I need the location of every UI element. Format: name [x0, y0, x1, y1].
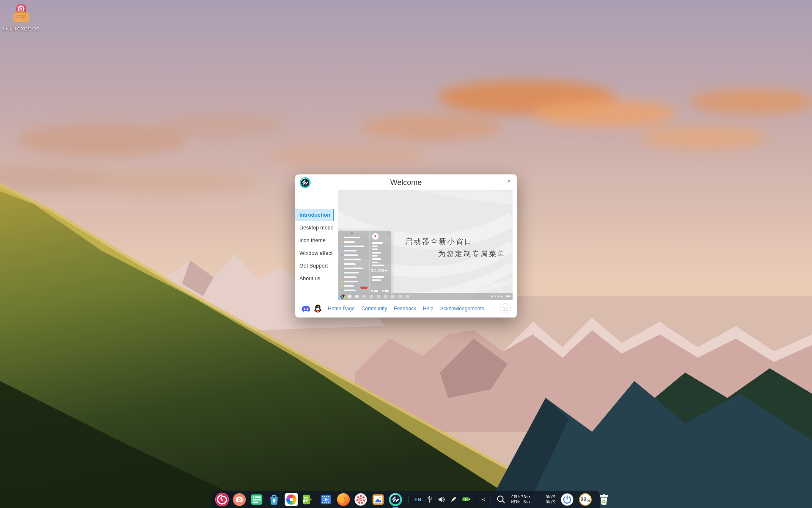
preview-app-dot — [341, 246, 343, 247]
discord-icon[interactable] — [301, 305, 311, 312]
preview-app-bar — [344, 250, 357, 251]
dock-icon-launcher[interactable] — [215, 492, 229, 507]
close-button[interactable]: × — [504, 177, 513, 186]
preview-app-dot — [341, 290, 343, 291]
preview-app-bar — [344, 246, 364, 247]
power-button[interactable] — [561, 493, 573, 506]
preview-app-dot — [341, 276, 343, 278]
sidebar-item[interactable]: Introduction — [295, 209, 334, 221]
preview-taskbar-icon — [348, 295, 351, 298]
dock-icon-gxde-spiral[interactable] — [284, 492, 299, 507]
preview-taskbar-icon — [384, 295, 387, 298]
footer-link[interactable]: Help — [423, 306, 433, 312]
preview-app-dot — [341, 250, 343, 251]
mem-rate: 0K/S — [546, 500, 555, 505]
system-stats[interactable]: CPU:38%↑ 0K/S MEM: 6%↓ 0K/S — [511, 494, 555, 505]
sidebar-item-label: Get Support — [299, 263, 328, 269]
dock-icon-image-viewer[interactable] — [371, 492, 385, 507]
footer-links: Home PageCommunityFeedbackHelpAcknowledg… — [295, 306, 517, 312]
dock-icon-app-store[interactable] — [267, 492, 281, 507]
preview-app-bar — [344, 263, 356, 265]
preview-app-bar — [344, 254, 358, 256]
keyboard-layout-indicator[interactable]: EN — [414, 497, 421, 502]
sidebar-item-label: Icon theme — [299, 237, 326, 243]
preview-right-bar — [372, 255, 378, 257]
tray-separator — [476, 496, 476, 503]
sidebar-item[interactable]: Window effect — [295, 247, 334, 259]
installer-box-label: GXDE OS — [17, 16, 26, 18]
dock-icon-screen-recorder[interactable] — [232, 492, 247, 507]
preview-launcher-row — [341, 279, 368, 284]
tray-separator-tall — [491, 494, 491, 505]
search-icon[interactable] — [497, 495, 506, 504]
preview-app-dot — [341, 263, 343, 265]
preview-taskbar-icon — [391, 295, 395, 298]
preview-app-bar — [344, 285, 354, 287]
preview-favorites-icon: ♥ — [372, 233, 379, 240]
preview-taskbar-icon — [377, 295, 380, 298]
window-footer: Home PageCommunityFeedbackHelpAcknowledg… — [295, 300, 517, 318]
clock[interactable]: 22 03 — [579, 493, 592, 506]
preview-taskbar-icon — [406, 295, 409, 298]
sidebar-item-label: Window effect — [299, 250, 332, 256]
mail-button[interactable] — [500, 303, 511, 314]
preview-launcher-row — [341, 253, 368, 257]
usb-icon[interactable] — [427, 496, 433, 503]
footer-link[interactable]: Home Page — [328, 306, 354, 312]
sidebar-item[interactable]: About us — [295, 273, 334, 284]
footer-link[interactable]: Acknowledgements — [440, 306, 484, 312]
preview-taskbar-icon — [398, 295, 402, 298]
sidebar-item-label: Desktop mode — [299, 225, 334, 231]
preview-clock: 11:26 — [371, 268, 384, 273]
sidebar-item-label: Introduction — [299, 212, 330, 218]
preview-taskbar-icon — [362, 295, 366, 298]
qq-icon[interactable] — [314, 304, 321, 313]
dock-icon-firefox[interactable] — [336, 492, 351, 507]
preview-app-bar — [344, 241, 355, 243]
desktop: GXDE OS Install GXDE OS Welcome × Introd… — [0, 0, 812, 508]
preview-tray-dots — [491, 295, 510, 297]
preview-search-icon — [351, 232, 354, 235]
preview-bottom-bar — [372, 276, 384, 278]
pen-icon[interactable] — [450, 496, 457, 502]
sidebar-item-label: About us — [299, 276, 320, 282]
trash-icon[interactable]: ♻ — [597, 493, 611, 506]
footer-link[interactable]: Feedback — [394, 306, 416, 312]
preview-app-dot — [341, 254, 343, 256]
volume-icon[interactable] — [438, 497, 445, 502]
preview-launcher-list — [341, 235, 368, 293]
preview-app-bar — [344, 268, 363, 269]
preview-app-dot — [341, 272, 343, 273]
footer-link[interactable]: Community — [362, 306, 387, 312]
preview-launcher-row — [341, 248, 368, 253]
preview-below-clock-bars — [372, 276, 384, 283]
installer-box-icon: GXDE OS — [11, 3, 31, 24]
preview-launcher-row — [341, 266, 368, 271]
dock-icon-movie-player[interactable] — [319, 492, 333, 507]
sidebar-item[interactable]: Get Support — [295, 260, 334, 272]
preview-taskbar-icon — [355, 295, 359, 298]
tray-collapse-chevron[interactable]: < — [482, 496, 485, 502]
dock-icon-music-player[interactable] — [302, 492, 316, 507]
dock-apps — [215, 492, 403, 507]
preview-right-bar — [372, 248, 378, 250]
preview-launcher-row — [341, 262, 368, 266]
welcome-window: Welcome × Introduction Desktop mode Icon… — [295, 174, 517, 318]
dock-icon-file-manager[interactable] — [250, 492, 264, 507]
preview-weather-sun-icon — [384, 268, 388, 273]
window-titlebar[interactable]: Welcome × — [295, 174, 517, 190]
mem-usage: MEM: 6%↓ — [511, 500, 531, 505]
sidebar-item[interactable]: Desktop mode — [295, 222, 334, 234]
dock-icon-gxde-welcome[interactable] — [388, 492, 403, 507]
battery-icon[interactable] — [462, 496, 470, 502]
preview-launcher-divider — [369, 231, 370, 293]
preview-launcher-screenshot: ♥ 11:26 — [338, 231, 391, 293]
preview-shutdown-pill — [360, 287, 368, 289]
preview-launcher-row — [341, 288, 368, 293]
sidebar: Introduction Desktop mode Icon theme Win… — [295, 209, 334, 285]
sidebar-item[interactable]: Icon theme — [295, 235, 334, 246]
preview-app-bar — [344, 272, 359, 273]
dock-icon-control-center[interactable] — [354, 492, 368, 507]
cpu-usage: CPU:38%↑ — [511, 494, 531, 500]
desktop-icon-install-gxde-os[interactable]: GXDE OS Install GXDE OS — [3, 3, 40, 32]
